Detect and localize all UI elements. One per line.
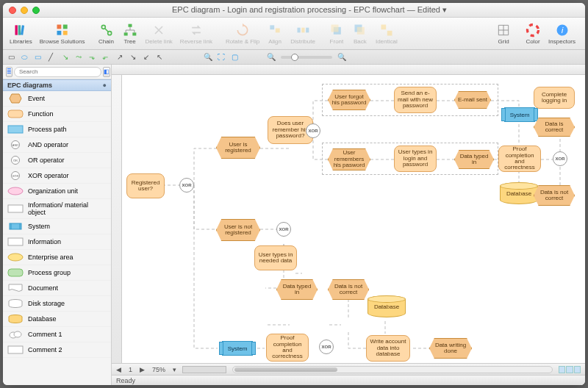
library-view-icon[interactable]: ◧ — [103, 67, 110, 77]
zoom-100-icon[interactable]: ▢ — [229, 52, 240, 62]
connector2-icon[interactable]: ⤳ — [74, 52, 84, 62]
node-send-email[interactable]: Send an e-mail with new password — [394, 87, 437, 113]
node-database-top[interactable]: Database — [500, 182, 538, 204]
connector1-icon[interactable]: ↘ — [60, 52, 71, 62]
node-user-forgot[interactable]: User forgot his password — [328, 90, 370, 110]
library-item[interactable]: OROR operator — [3, 153, 111, 168]
rect-tool-icon[interactable]: ▭ — [32, 52, 43, 62]
library-list[interactable]: EventFunctionProcess pathANDAND operator… — [3, 91, 111, 385]
library-item[interactable]: Information/ material object — [3, 199, 111, 219]
page-thumb-strip[interactable] — [182, 366, 226, 373]
arrow2-icon[interactable]: ↘ — [128, 52, 138, 62]
zoom-fit-icon[interactable]: ⛶ — [216, 52, 226, 62]
node-registered-user[interactable]: Registered user? — [126, 173, 165, 198]
line-tool-icon[interactable]: ╱ — [46, 52, 56, 62]
node-data-not-correct-bottom[interactable]: Data is not correct — [328, 279, 369, 300]
xor-1[interactable]: XOR — [179, 178, 194, 193]
arrow4-icon[interactable]: ↖ — [154, 52, 165, 62]
delete-link-button[interactable]: Delete link — [143, 21, 175, 46]
library-item[interactable]: Event — [3, 91, 111, 107]
library-item[interactable]: Process path — [3, 122, 111, 137]
library-item[interactable]: Database — [3, 312, 111, 327]
library-item[interactable]: Enterprise area — [3, 250, 111, 265]
zoom-minus-icon[interactable]: 🔍 — [266, 52, 276, 62]
chain-button[interactable]: Chain — [96, 21, 117, 46]
close-icon[interactable] — [9, 7, 16, 14]
connector3-icon[interactable]: ⬎ — [87, 52, 97, 62]
xor-3[interactable]: XOR — [553, 151, 567, 166]
library-item[interactable]: Function — [3, 107, 111, 122]
zoom-dropdown-icon[interactable]: ▾ — [173, 366, 176, 373]
maximize-icon[interactable] — [32, 7, 40, 14]
back-button[interactable]: Back — [350, 21, 370, 46]
zoom-slider[interactable] — [281, 56, 332, 59]
node-user-remembers[interactable]: User remembers his pasword — [328, 148, 370, 170]
xor-4[interactable]: XOR — [276, 222, 291, 237]
tree-button[interactable]: Tree — [120, 21, 140, 46]
pointer-tool-icon[interactable]: ▭ — [6, 52, 16, 62]
library-item-label: Document — [28, 284, 58, 292]
page-nav-next-icon[interactable]: ▶ — [140, 366, 145, 373]
node-proof-top[interactable]: Proof completion and correctness — [498, 146, 541, 172]
node-system-bottom[interactable]: System — [222, 341, 253, 356]
node-data-writing-done[interactable]: Data writing done — [429, 338, 472, 359]
shape-preview-icon — [7, 204, 24, 214]
shape-preview-icon — [7, 283, 24, 293]
xor-2[interactable]: XOR — [306, 123, 320, 138]
rotate-flip-button[interactable]: Rotate & Flip — [223, 21, 262, 46]
browse-solutions-button[interactable]: Browse Solutions — [37, 21, 87, 46]
library-section-header[interactable]: EPC diagrams ● — [3, 79, 111, 91]
node-write-account[interactable]: Write account data into database — [366, 335, 410, 362]
align-button[interactable]: Align — [265, 21, 285, 46]
node-complete-logging[interactable]: Complete logging in — [534, 87, 575, 109]
library-item[interactable]: Organization unit — [3, 184, 111, 199]
zoom-plus-icon[interactable]: 🔍 — [337, 52, 347, 62]
library-item[interactable]: Information — [3, 234, 111, 250]
node-system-top[interactable]: System — [504, 107, 535, 122]
search-input[interactable] — [14, 67, 101, 77]
node-user-is-registered[interactable]: User is registered — [216, 137, 260, 159]
zoom-out-icon[interactable]: 🔍 — [203, 52, 213, 62]
library-item[interactable]: Process group — [3, 265, 111, 281]
node-database-mid[interactable]: Database — [368, 295, 406, 317]
connector4-icon[interactable]: ⬐ — [100, 52, 110, 62]
arrow1-icon[interactable]: ↗ — [115, 52, 125, 62]
node-email-sent[interactable]: E-mail sent — [454, 91, 491, 109]
identical-button[interactable]: Identical — [373, 21, 400, 46]
reverse-link-button[interactable]: Reverse link — [178, 21, 215, 46]
node-data-correct[interactable]: Data is correct — [534, 118, 575, 137]
libraries-button[interactable]: Libraries — [7, 21, 35, 46]
color-button[interactable]: Color — [523, 21, 543, 46]
view-mode-icons[interactable] — [559, 366, 581, 373]
minimize-icon[interactable] — [21, 7, 28, 14]
library-item[interactable]: Comment 1 — [3, 327, 111, 342]
library-item[interactable]: XORXOR operator — [3, 168, 111, 184]
xor-5[interactable]: XOR — [319, 340, 334, 354]
node-data-typed-top[interactable]: Data typed in — [454, 150, 494, 169]
library-item[interactable]: System — [3, 219, 111, 234]
node-user-types-needed[interactable]: User types in needed data — [254, 245, 297, 270]
node-proof-bottom[interactable]: Proof completion and correctness — [266, 334, 309, 362]
library-item[interactable]: Document — [3, 281, 111, 296]
horizontal-scrollbar[interactable] — [232, 366, 553, 373]
shape-preview-icon — [7, 267, 24, 278]
library-item-label: Disk storage — [28, 300, 65, 307]
diagram-canvas[interactable]: Registered user? XOR User is registered … — [122, 75, 585, 363]
library-item[interactable]: ANDAND operator — [3, 137, 111, 153]
library-item[interactable]: Comment 2 — [3, 342, 111, 358]
ellipse-tool-icon[interactable]: ⬭ — [19, 52, 29, 62]
front-button[interactable]: Front — [326, 21, 347, 46]
arrow3-icon[interactable]: ↙ — [141, 52, 151, 62]
grid-button[interactable]: Grid — [493, 21, 514, 46]
library-item[interactable]: Disk storage — [3, 296, 111, 312]
node-user-not-registered[interactable]: User is not registered — [216, 219, 260, 241]
node-data-not-correct-top[interactable]: Data is not correct — [534, 185, 575, 206]
library-menu-icon[interactable]: ≣ — [6, 67, 12, 77]
library-item-label: Enterprise area — [28, 254, 74, 261]
distribute-button[interactable]: Distribute — [288, 21, 318, 46]
page-nav-icon[interactable]: ◀ — [116, 366, 121, 373]
inspectors-button[interactable]: iInspectors — [546, 21, 578, 46]
node-data-typed-bottom[interactable]: Data typed in — [276, 279, 318, 300]
node-user-types-login[interactable]: User types in login and password — [394, 146, 437, 172]
svg-rect-48 — [8, 346, 23, 353]
